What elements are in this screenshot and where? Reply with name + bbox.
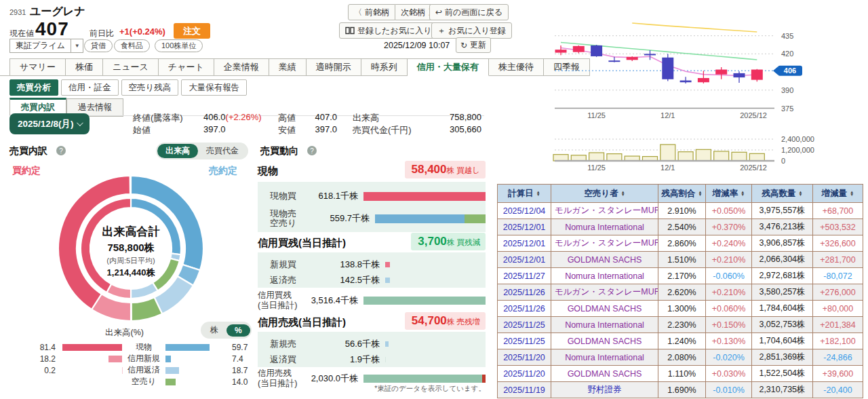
diff-cell: -20,400 [813,382,863,398]
legend-right-value: 14.0 [232,377,255,387]
svg-text:420: 420 [781,50,793,58]
bar-value: 138.8千株 [317,259,380,271]
change-cell: -0.010% [706,382,752,398]
calc-date-link[interactable]: 2025/11/25 [498,317,551,333]
ratio-cell: 1.690% [658,382,706,398]
help-icon[interactable]: ? [307,146,317,155]
sort-icon: ▲▼ [741,191,745,196]
table-row: 2025/11/19野村證券1.690%-0.010%2,310,735株-20… [498,382,863,398]
tab-5[interactable]: 業績 [269,58,307,76]
header-ratio[interactable]: 残高割合▲▼ [658,185,706,203]
seller-link[interactable]: Nomura International [551,219,658,235]
header-diff[interactable]: 増減量▲▼ [813,185,863,203]
total-label: 信用買残(当日推計) [258,290,307,311]
legend-right-value: 18.7 [232,366,255,375]
seller-link[interactable]: モルガン・スタンレーMUFG [551,284,658,301]
toggle-shares[interactable]: 株 [202,323,226,337]
unit-toggle: 株 % [201,322,252,339]
header-quantity[interactable]: 残高数量▲▼ [752,185,813,203]
bar-label: 新規買 [258,260,317,269]
seller-link[interactable]: モルガン・スタンレーMUFG [551,235,658,252]
trend-margin-sell-badge: 54,700株 売残増 [405,312,486,330]
tab-2[interactable]: ニュース [103,58,159,76]
seller-link[interactable]: モルガン・スタンレーMUFG [551,203,658,219]
sort-icon: ▲▼ [850,191,854,196]
toggle-percent[interactable]: % [226,324,250,337]
svg-text:435: 435 [781,32,793,40]
table-row: 2025/12/01GOLDMAN SACHS1.510%+0.210%2,06… [498,252,863,268]
calc-date-link[interactable]: 2025/11/20 [498,366,551,382]
tab-9[interactable]: 株主優待 [489,58,544,76]
tab-1[interactable]: 株価 [66,58,103,76]
legend-row-0: 81.4現物59.7 [33,341,255,353]
calc-date-link[interactable]: 2025/12/04 [498,203,551,219]
tab-7[interactable]: 時系列 [361,58,408,76]
breakdown-title: 売買内訳 [9,145,47,157]
tab-6[interactable]: 適時開示 [307,58,361,76]
seller-link[interactable]: Nomura International [551,268,658,284]
seller-link[interactable]: GOLDMAN SACHS [551,333,658,349]
favorite-add-button[interactable]: ＋お気に入り登録 [431,22,512,39]
svg-text:11/25: 11/25 [587,111,606,119]
subtab-2[interactable]: 空売り残高 [121,79,179,96]
header-seller[interactable]: 空売り者▲▼ [551,185,658,203]
seller-link[interactable]: Nomura International [551,317,658,333]
market-select[interactable]: 東証プライム▼ [9,39,83,53]
header-change[interactable]: 増減率▲▼ [706,185,752,203]
bar-label: 返済売 [258,276,317,285]
back-button[interactable]: ↩前の画面に戻る [429,4,509,20]
calc-date-link[interactable]: 2025/11/26 [498,301,551,317]
subtab-1[interactable]: 信用・証金 [61,79,119,96]
header-calc-date[interactable]: 計算日▲▼ [498,185,551,203]
seller-link[interactable]: GOLDMAN SACHS [551,366,658,382]
seller-link[interactable]: GOLDMAN SACHS [551,301,658,317]
seller-link[interactable]: GOLDMAN SACHS [551,252,658,268]
subtab-3[interactable]: 大量保有報告 [181,79,247,96]
trend-margin-sell-heading: 信用売残(当日推計) [258,316,346,329]
quantity-cell: 2,310,735株 [752,382,813,398]
calc-date-link[interactable]: 2025/12/01 [498,252,551,268]
legend-category-label: 信用新規 [122,353,165,364]
data-source-footnote: *東証のデータを表示しています。 [319,384,486,394]
calc-date-link[interactable]: 2025/12/01 [498,219,551,235]
quantity-cell: 3,906,857株 [752,235,813,252]
help-icon[interactable]: ? [56,146,66,155]
diff-cell: +182,100 [813,333,863,349]
calc-date-link[interactable]: 2025/11/25 [498,333,551,349]
calc-date-link[interactable]: 2025/12/01 [498,235,551,252]
subtab-0[interactable]: 売買分析 [9,79,58,96]
chevron-left-icon: 〈 [354,7,362,18]
seller-link[interactable]: 野村證券 [551,382,658,398]
calc-date-link[interactable]: 2025/11/19 [498,382,551,398]
quantity-cell: 3,476,213株 [752,219,813,235]
tab-0[interactable]: サマリー [9,58,66,76]
stat-low-label: 安値 [278,124,296,136]
prev-stock-button[interactable]: 〈前銘柄 [348,4,395,20]
quantity-cell: 1,704,604株 [752,333,813,349]
toggle-amount[interactable]: 売買代金 [198,144,247,158]
calc-date-link[interactable]: 2025/11/20 [498,349,551,366]
stat-high-value: 407.0 [309,112,337,122]
refresh-button[interactable]: ↻更新 [456,37,491,53]
svg-text:2025/12: 2025/12 [740,164,767,172]
quantity-cell: 2,066,304株 [752,252,813,268]
genbutsu-buy-bar [363,192,486,201]
return-arrow-icon: ↩ [435,7,442,17]
legend-right-bar [165,379,176,385]
bar-label: 現物買 [258,191,308,201]
sort-icon: ▲▼ [698,191,703,196]
change-cell: +0.030% [706,366,752,382]
buy-side-label: 買約定 [12,165,41,177]
tab-3[interactable]: チャート [159,58,214,76]
change-cell: +0.210% [706,252,752,268]
calc-date-link[interactable]: 2025/11/26 [498,284,551,301]
tab-8[interactable]: 信用・大量保有 [408,58,489,76]
toggle-volume[interactable]: 出来高 [157,144,198,158]
bar-label: 現物売空売り [258,209,313,228]
order-button[interactable]: 注文 [174,23,210,39]
seller-link[interactable]: Nomura International [551,349,658,366]
change-cell: +0.130% [706,333,752,349]
date-select[interactable]: 2025/12/8(月) [9,113,90,134]
calc-date-link[interactable]: 2025/11/27 [498,268,551,284]
tab-4[interactable]: 企業情報 [214,58,269,76]
